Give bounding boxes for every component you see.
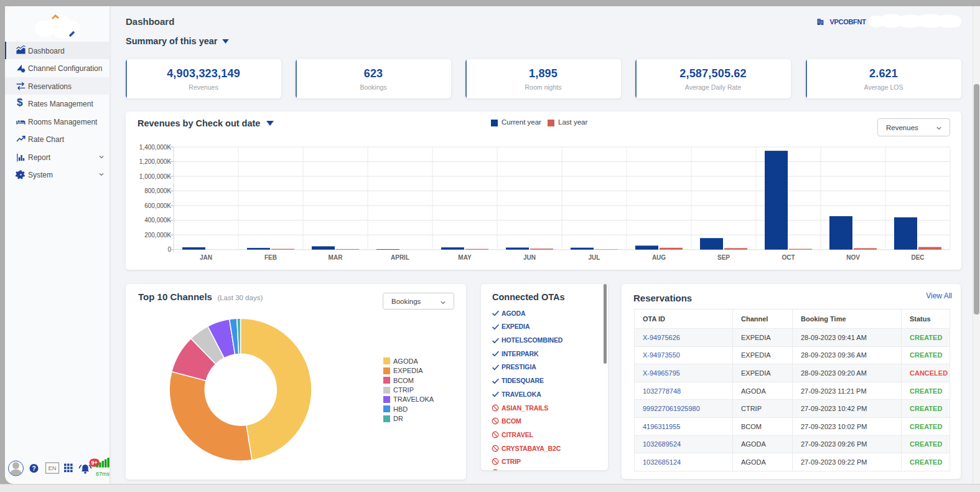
svg-text:?: ? (32, 465, 35, 472)
svg-text:EN: EN (48, 465, 56, 471)
svg-text:1,400,000K: 1,400,000K (139, 144, 171, 151)
svg-text:800,000K: 800,000K (144, 187, 171, 194)
svg-text:DEC: DEC (911, 254, 924, 261)
svg-text:1,200,000K: 1,200,000K (139, 158, 171, 165)
svg-text:OCT: OCT (782, 254, 795, 261)
svg-text:SEP: SEP (717, 254, 730, 261)
svg-text:MAR: MAR (329, 254, 343, 261)
svg-text:FEB: FEB (264, 254, 277, 261)
svg-text:MAY: MAY (458, 254, 472, 261)
svg-text:JUL: JUL (589, 254, 600, 261)
svg-text:1,000,000K: 1,000,000K (139, 173, 171, 180)
svg-text:NOV: NOV (846, 254, 860, 261)
svg-text:AUG: AUG (652, 254, 666, 261)
svg-text:600,000K: 600,000K (144, 202, 171, 209)
svg-text:JUN: JUN (523, 254, 536, 261)
svg-text:JAN: JAN (200, 254, 212, 261)
svg-text:200,000K: 200,000K (144, 232, 171, 239)
svg-text:APRIL: APRIL (391, 254, 409, 261)
svg-text:400,000K: 400,000K (144, 217, 171, 224)
svg-text:67ms: 67ms (96, 471, 110, 477)
